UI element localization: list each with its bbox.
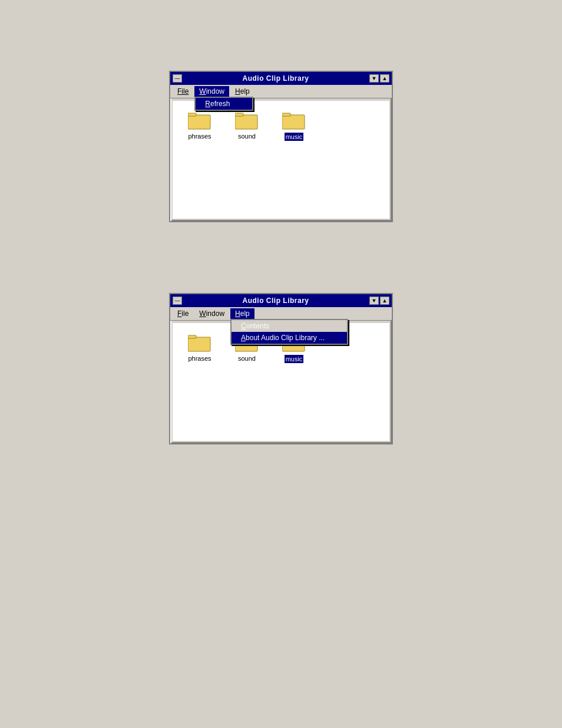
folder-music-1[interactable]: music	[276, 110, 312, 141]
system-menu-button-1[interactable]: —	[173, 74, 182, 83]
about-menu-item[interactable]: About Audio Clip Library ...	[232, 332, 347, 344]
menu-help-2[interactable]: Help Contents About Audio Clip Library .…	[230, 308, 254, 319]
svg-rect-2	[235, 115, 257, 129]
window-title-1: Audio Clip Library	[182, 74, 369, 83]
svg-rect-7	[188, 335, 196, 338]
svg-rect-4	[282, 115, 305, 129]
menu-bar-1: File WWindowindow Refresh Help	[170, 85, 392, 98]
window-2: — Audio Clip Library ▼ ▲ File Window Hel…	[169, 293, 393, 444]
folder-phrases-2[interactable]: phrases	[182, 332, 217, 362]
window-title-2: Audio Clip Library	[182, 297, 369, 305]
folder-label-phrases-2: phrases	[188, 355, 211, 362]
svg-rect-3	[235, 113, 243, 116]
refresh-menu-item[interactable]: Refresh	[196, 98, 252, 110]
contents-menu-item[interactable]: Contents	[232, 320, 347, 332]
maximize-button-2[interactable]: ▲	[380, 297, 389, 305]
folder-label-music-2: music	[285, 355, 304, 363]
folder-phrases-1[interactable]: phrases	[182, 110, 217, 140]
svg-rect-5	[282, 113, 290, 116]
folder-sound-1[interactable]: sound	[229, 110, 265, 140]
window-dropdown-1: Refresh	[194, 97, 253, 111]
svg-rect-6	[188, 337, 210, 351]
help-dropdown-2: Contents About Audio Clip Library ...	[230, 319, 348, 345]
menu-bar-2: File Window Help Contents About Audio Cl…	[170, 307, 392, 321]
svg-rect-0	[188, 115, 210, 129]
folder-icon-phrases-1	[188, 110, 211, 130]
maximize-button-1[interactable]: ▲	[380, 74, 389, 83]
menu-file-1[interactable]: File	[173, 86, 193, 97]
window-content-1: phrases sound music	[173, 101, 389, 219]
folder-label-music-1: music	[285, 133, 304, 141]
svg-rect-1	[188, 113, 196, 116]
folder-label-sound-1: sound	[238, 133, 256, 140]
system-menu-button-2[interactable]: —	[173, 297, 182, 305]
window-1: — Audio Clip Library ▼ ▲ File WWindowind…	[169, 71, 393, 222]
folder-icon-music-1	[282, 110, 306, 130]
menu-file-2[interactable]: File	[173, 308, 193, 319]
folder-icon-phrases-2	[188, 332, 211, 353]
folder-label-sound-2: sound	[238, 355, 256, 362]
menu-window-2[interactable]: Window	[194, 308, 229, 319]
title-bar-2: — Audio Clip Library ▼ ▲	[170, 294, 392, 307]
menu-help-1[interactable]: Help	[230, 86, 254, 97]
folder-label-phrases-1: phrases	[188, 133, 211, 140]
menu-window-1[interactable]: WWindowindow Refresh	[194, 86, 229, 97]
title-bar-1: — Audio Clip Library ▼ ▲	[170, 72, 392, 85]
minimize-button-1[interactable]: ▼	[369, 74, 379, 83]
minimize-button-2[interactable]: ▼	[369, 297, 379, 305]
folder-icon-sound-1	[235, 110, 259, 130]
